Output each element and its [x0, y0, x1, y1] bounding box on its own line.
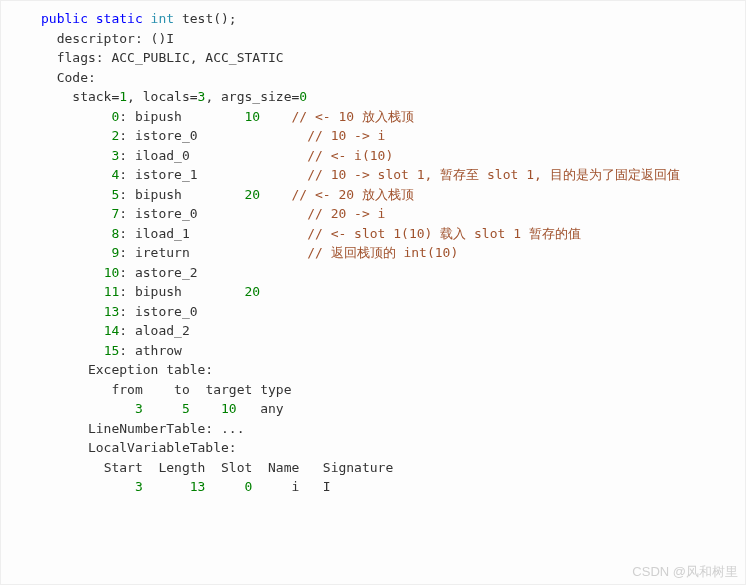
offset: 10	[104, 265, 120, 280]
offset: 13	[104, 304, 120, 319]
exception-table-header: from to target type	[1, 380, 745, 400]
instruction-row: 5: bipush 20 // <- 20 放入栈顶	[1, 185, 745, 205]
method-name: test();	[182, 11, 237, 26]
code-label: Code:	[1, 68, 745, 88]
opcode: bipush	[135, 284, 182, 299]
comment: // 10 -> i	[307, 128, 385, 143]
opcode: aload_2	[135, 323, 190, 338]
comment: // 10 -> slot 1, 暂存至 slot 1, 目的是为了固定返回值	[307, 167, 680, 182]
instruction-row: 11: bipush 20	[1, 282, 745, 302]
comment: // <- slot 1(10) 载入 slot 1 暂存的值	[307, 226, 581, 241]
opcode: istore_0	[135, 206, 198, 221]
stack-line: stack=1, locals=3, args_size=0	[1, 87, 745, 107]
offset: 4	[111, 167, 119, 182]
exception-table-label: Exception table:	[1, 360, 745, 380]
comment: // 返回栈顶的 int(10)	[307, 245, 458, 260]
instruction-row: 0: bipush 10 // <- 10 放入栈顶	[1, 107, 745, 127]
offset: 11	[104, 284, 120, 299]
local-variable-table-row: 3 13 0 i I	[1, 477, 745, 497]
opcode: istore_0	[135, 128, 198, 143]
opcode: bipush	[135, 187, 182, 202]
instruction-row: 9: ireturn // 返回栈顶的 int(10)	[1, 243, 745, 263]
watermark: CSDN @风和树里	[632, 562, 738, 582]
comment: // <- 10 放入栈顶	[292, 109, 414, 124]
method-signature: public static int test();	[1, 9, 745, 29]
flags-line: flags: ACC_PUBLIC, ACC_STATIC	[1, 48, 745, 68]
opcode: bipush	[135, 109, 182, 124]
operand: 20	[245, 187, 261, 202]
instruction-row: 4: istore_1 // 10 -> slot 1, 暂存至 slot 1,…	[1, 165, 745, 185]
opcode: istore_1	[135, 167, 198, 182]
descriptor-line: descriptor: ()I	[1, 29, 745, 49]
offset: 8	[111, 226, 119, 241]
opcode: astore_2	[135, 265, 198, 280]
offset: 14	[104, 323, 120, 338]
offset: 15	[104, 343, 120, 358]
comment: // <- i(10)	[307, 148, 393, 163]
opcode: iload_0	[135, 148, 190, 163]
instruction-row: 15: athrow	[1, 341, 745, 361]
offset: 2	[111, 128, 119, 143]
kw-public: public	[41, 11, 88, 26]
instruction-row: 14: aload_2	[1, 321, 745, 341]
offset: 0	[111, 109, 119, 124]
local-variable-table-label: LocalVariableTable:	[1, 438, 745, 458]
offset: 5	[111, 187, 119, 202]
instruction-row: 13: istore_0	[1, 302, 745, 322]
opcode: ireturn	[135, 245, 190, 260]
instruction-row: 8: iload_1 // <- slot 1(10) 载入 slot 1 暂存…	[1, 224, 745, 244]
local-variable-table-header: Start Length Slot Name Signature	[1, 458, 745, 478]
instruction-row: 10: astore_2	[1, 263, 745, 283]
offset: 7	[111, 206, 119, 221]
offset: 3	[111, 148, 119, 163]
comment: // 20 -> i	[307, 206, 385, 221]
exception-table-row: 3 5 10 any	[1, 399, 745, 419]
operand: 10	[245, 109, 261, 124]
code-block: public static int test(); descriptor: ()…	[0, 0, 746, 585]
comment: // <- 20 放入栈顶	[292, 187, 414, 202]
instruction-row: 2: istore_0 // 10 -> i	[1, 126, 745, 146]
opcode: athrow	[135, 343, 182, 358]
type-int: int	[151, 11, 174, 26]
kw-static: static	[96, 11, 143, 26]
instruction-row: 3: iload_0 // <- i(10)	[1, 146, 745, 166]
opcode: iload_1	[135, 226, 190, 241]
line-number-table: LineNumberTable: ...	[1, 419, 745, 439]
opcode: istore_0	[135, 304, 198, 319]
offset: 9	[111, 245, 119, 260]
instruction-row: 7: istore_0 // 20 -> i	[1, 204, 745, 224]
operand: 20	[245, 284, 261, 299]
